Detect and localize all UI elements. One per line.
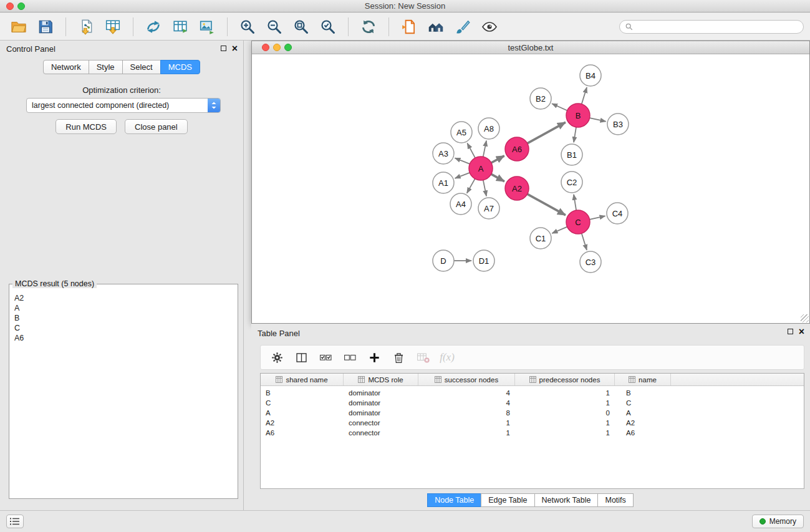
edge-B-B4[interactable]	[582, 87, 587, 104]
edge-A-A2[interactable]	[491, 174, 504, 181]
search-input[interactable]	[636, 22, 798, 31]
edge-A6-B[interactable]	[528, 122, 566, 143]
tab-mcds[interactable]: MCDS	[160, 60, 200, 74]
apply-style-button[interactable]	[450, 16, 475, 38]
function-builder-button[interactable]: f(x)	[436, 347, 458, 367]
result-item[interactable]: A6	[14, 333, 233, 343]
resize-grip[interactable]	[801, 314, 809, 322]
node-A3[interactable]: A3	[433, 143, 454, 164]
table-row[interactable]: Adominator80A	[261, 408, 804, 418]
edge-B-B3[interactable]	[590, 118, 606, 122]
zoom-selected-region-button[interactable]	[316, 16, 340, 38]
delete-table-button[interactable]	[412, 347, 434, 367]
zoom-in-button[interactable]	[235, 16, 260, 38]
reset-session-view-button[interactable]	[423, 16, 448, 38]
save-session-button[interactable]	[33, 16, 58, 38]
control-panel-float-button[interactable]	[221, 46, 226, 51]
import-table-from-file-button[interactable]	[100, 16, 125, 38]
result-item[interactable]: B	[14, 313, 233, 323]
node-A[interactable]: A	[469, 157, 493, 180]
result-item[interactable]: A2	[14, 293, 233, 303]
node-C2[interactable]: C2	[561, 172, 582, 193]
edge-C-C4[interactable]	[590, 216, 605, 220]
open-network-file-button[interactable]	[397, 16, 422, 38]
node-C1[interactable]: C1	[530, 228, 551, 249]
column-header-predecessor-nodes[interactable]: predecessor nodes	[515, 374, 615, 385]
network-zoom-button[interactable]	[284, 44, 292, 51]
select-all-columns-button[interactable]	[314, 347, 337, 367]
unselect-all-columns-button[interactable]	[339, 347, 361, 367]
edge-A2-C[interactable]	[528, 194, 566, 215]
column-header-shared-name[interactable]: shared name	[261, 374, 344, 385]
tab-network-table[interactable]: Network Table	[534, 493, 599, 507]
node-B2[interactable]: B2	[530, 88, 551, 109]
optimization-criterion-select[interactable]: largest connected component (directed)	[26, 98, 221, 113]
close-panel-button[interactable]: Close panel	[125, 119, 188, 134]
node-D1[interactable]: D1	[473, 250, 494, 271]
control-panel-close-button[interactable]: ×	[232, 45, 238, 52]
tab-motifs[interactable]: Motifs	[597, 493, 633, 507]
network-close-button[interactable]	[262, 44, 269, 51]
node-A7[interactable]: A7	[478, 198, 499, 219]
tab-node-table[interactable]: Node Table	[427, 493, 481, 507]
node-C4[interactable]: C4	[607, 203, 628, 224]
edge-A-A7[interactable]	[483, 180, 486, 196]
edge-A-A3[interactable]	[455, 158, 470, 164]
table-row[interactable]: Bdominator41B	[261, 388, 804, 398]
node-A1[interactable]: A1	[433, 172, 454, 193]
table-settings-button[interactable]	[266, 347, 288, 367]
open-session-button[interactable]	[6, 16, 31, 38]
node-B3[interactable]: B3	[607, 114, 629, 135]
node-A5[interactable]: A5	[451, 122, 472, 143]
table-row[interactable]: Cdominator41C	[261, 398, 804, 408]
node-A8[interactable]: A8	[478, 118, 499, 139]
column-header-successor-nodes[interactable]: successor nodes	[418, 374, 515, 385]
edge-C-C1[interactable]	[552, 227, 567, 233]
show-graphics-details-button[interactable]	[477, 16, 502, 38]
edge-A-A1[interactable]	[455, 173, 470, 178]
tab-network[interactable]: Network	[43, 60, 89, 74]
edge-C-C2[interactable]	[574, 195, 576, 210]
node-D[interactable]: D	[433, 250, 454, 271]
node-A6[interactable]: A6	[505, 137, 529, 161]
run-mcds-button[interactable]: Run MCDS	[55, 119, 117, 134]
edge-B-B1[interactable]	[574, 127, 576, 142]
edge-A-A6[interactable]	[491, 156, 504, 163]
tab-edge-table[interactable]: Edge Table	[481, 493, 534, 507]
apply-preferred-layout-button[interactable]	[356, 16, 381, 38]
node-C3[interactable]: C3	[580, 251, 601, 273]
tab-style[interactable]: Style	[89, 60, 123, 74]
new-network-button[interactable]	[141, 16, 166, 38]
result-item[interactable]: A	[14, 303, 233, 313]
panel-menu-button[interactable]	[6, 515, 24, 528]
node-B4[interactable]: B4	[580, 65, 601, 86]
edge-C-C3[interactable]	[582, 233, 587, 250]
node-A2[interactable]: A2	[505, 177, 529, 200]
show-columns-button[interactable]	[290, 347, 312, 367]
table-panel-close-button[interactable]: ×	[799, 328, 804, 335]
import-network-from-file-button[interactable]	[74, 16, 99, 38]
edge-A-A5[interactable]	[467, 143, 475, 158]
edge-A-A8[interactable]	[483, 141, 486, 157]
add-column-button[interactable]	[363, 347, 385, 367]
table-panel-float-button[interactable]	[788, 329, 793, 334]
new-table-button[interactable]	[168, 16, 193, 38]
tab-select[interactable]: Select	[122, 60, 161, 74]
export-graphics-button[interactable]	[195, 16, 219, 38]
zoom-out-button[interactable]	[262, 16, 287, 38]
result-item[interactable]: C	[14, 323, 233, 333]
search-box[interactable]	[619, 20, 804, 34]
node-A4[interactable]: A4	[450, 193, 471, 215]
network-canvas[interactable]: AA1A2A3A4A5A6A7A8BB1B2B3B4CC1C2C3C4DD1	[252, 54, 809, 323]
table-row[interactable]: A6connector11A6	[261, 428, 804, 438]
zoom-fit-content-button[interactable]	[289, 16, 314, 38]
column-header-MCDS-role[interactable]: MCDS role	[344, 374, 418, 385]
table-row[interactable]: A2connector11A2	[261, 418, 804, 428]
edge-B-B2[interactable]	[552, 104, 567, 110]
network-minimize-button[interactable]	[273, 44, 281, 51]
node-B[interactable]: B	[566, 104, 590, 127]
memory-button[interactable]: Memory	[752, 515, 804, 528]
column-header-name[interactable]: name	[615, 374, 671, 385]
delete-columns-button[interactable]	[387, 347, 410, 367]
node-B1[interactable]: B1	[561, 144, 582, 165]
